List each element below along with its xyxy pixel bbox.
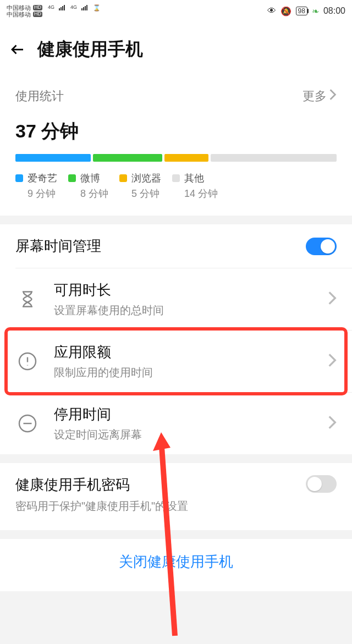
chevron-right-icon [328,415,337,432]
clock-label: 08:00 [323,6,345,16]
usage-total: 37 分钟 [15,119,337,144]
status-bar: 中国移动HD 4G 4G ⌛ 中国移动HD 👁 🔕 98 ❧ 08:00 [0,0,352,22]
app-quota-sub: 限制应用的使用时间 [54,365,328,380]
status-left: 中国移动HD 4G 4G ⌛ 中国移动HD [7,4,101,18]
usage-legend: 爱奇艺9 分钟微博8 分钟浏览器5 分钟其他14 分钟 [15,172,337,200]
back-button[interactable] [8,40,28,59]
battery-indicator: 98 [296,7,307,15]
downtime-sub: 设定时间远离屏幕 [54,427,328,442]
leaf-icon: ❧ [312,6,319,16]
bottom-bar: 关闭健康使用手机 [0,539,352,591]
status-right: 👁 🔕 98 ❧ 08:00 [267,6,345,16]
exclamation-circle-icon [15,351,40,371]
usage-bar-segment [15,154,91,162]
page-header: 健康使用手机 [0,22,352,78]
app-quota-title: 应用限额 [54,343,328,362]
downtime-title: 停用时间 [54,405,328,424]
available-time-sub: 设置屏幕使用的总时间 [54,303,328,318]
chevron-right-icon [328,290,337,308]
silent-icon: 🔕 [280,6,292,16]
chevron-right-icon [328,353,337,370]
legend-item: 微博8 分钟 [68,172,108,200]
available-time-row[interactable]: 可用时长 设置屏幕使用的总时间 [0,268,352,330]
usage-section: 使用统计 更多 37 分钟 爱奇艺9 分钟微博8 分钟浏览器5 分钟其他14 分… [0,78,352,216]
usage-bar-segment [211,154,337,162]
legend-item: 浏览器5 分钟 [119,172,161,200]
usage-bar-segment [93,154,162,162]
password-sub: 密码用于保护"健康使用手机"的设置 [15,499,188,514]
page-title: 健康使用手机 [37,37,143,62]
usage-bar-segment [164,154,208,162]
downtime-row[interactable]: 停用时间 设定时间远离屏幕 [0,393,352,454]
app-quota-row[interactable]: 应用限额 限制应用的使用时间 [0,331,352,392]
password-title: 健康使用手机密码 [15,475,188,494]
minus-circle-icon [15,414,40,433]
legend-item: 其他14 分钟 [172,172,218,200]
usage-bar [15,154,337,162]
available-time-title: 可用时长 [54,280,328,300]
screen-time-management-row: 屏幕时间管理 [0,224,352,268]
usage-label: 使用统计 [15,88,64,104]
screen-time-toggle[interactable] [306,238,337,255]
usage-more-link[interactable]: 更多 [302,88,337,104]
password-toggle[interactable] [306,475,337,493]
chevron-right-icon [329,89,337,104]
eye-icon: 👁 [267,6,276,16]
hourglass-icon [15,289,40,309]
legend-item: 爱奇艺9 分钟 [15,172,57,200]
screen-time-label: 屏幕时间管理 [15,236,101,256]
close-digital-balance-button[interactable]: 关闭健康使用手机 [102,546,250,578]
password-row: 健康使用手机密码 密码用于保护"健康使用手机"的设置 [0,463,352,530]
